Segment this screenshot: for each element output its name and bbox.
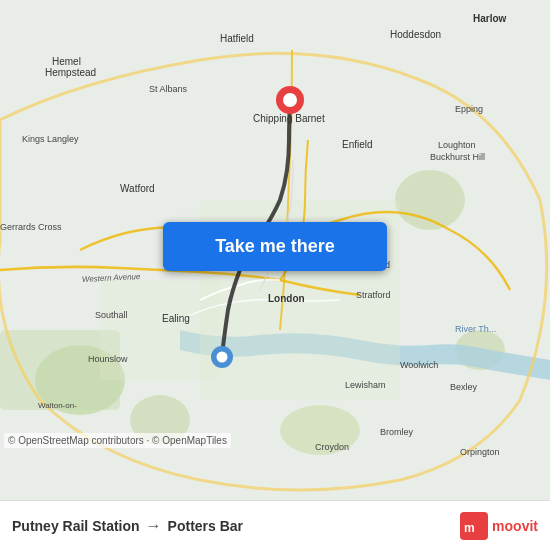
svg-text:Ealing: Ealing (162, 313, 190, 324)
map-attribution: © OpenStreetMap contributors · © OpenMap… (4, 433, 231, 448)
svg-text:Enfield: Enfield (342, 139, 373, 150)
svg-rect-8 (100, 280, 220, 380)
take-me-there-button[interactable]: Take me there (163, 222, 387, 271)
svg-text:St Albans: St Albans (149, 84, 188, 94)
svg-text:Walton-on-: Walton-on- (38, 401, 77, 410)
svg-text:Hempstead: Hempstead (45, 67, 96, 78)
svg-text:London: London (268, 293, 305, 304)
map-container[interactable]: Western Avenue Hemel Hempstead Hatfield … (0, 0, 550, 500)
svg-text:Gerrards Cross: Gerrards Cross (0, 222, 62, 232)
footer-bar: Putney Rail Station → Potters Bar m moov… (0, 500, 550, 550)
svg-text:Lewisham: Lewisham (345, 380, 386, 390)
moovit-logo: m moovit (460, 512, 538, 540)
svg-text:Hatfield: Hatfield (220, 33, 254, 44)
svg-text:Loughton: Loughton (438, 140, 476, 150)
svg-text:Harlow: Harlow (473, 13, 507, 24)
moovit-brand-text: moovit (492, 518, 538, 534)
route-arrow-icon: → (146, 517, 162, 535)
from-station-label: Putney Rail Station (12, 518, 140, 534)
svg-text:Bromley: Bromley (380, 427, 414, 437)
moovit-icon: m (460, 512, 488, 540)
to-station-label: Potters Bar (168, 518, 243, 534)
svg-point-40 (283, 93, 297, 107)
svg-text:Kings Langley: Kings Langley (22, 134, 79, 144)
svg-text:Stratford: Stratford (356, 290, 391, 300)
svg-text:Croydon: Croydon (315, 442, 349, 452)
svg-text:Southall: Southall (95, 310, 128, 320)
svg-text:Chipping Barnet: Chipping Barnet (253, 113, 325, 124)
svg-text:Hounslow: Hounslow (88, 354, 128, 364)
svg-text:Watford: Watford (120, 183, 155, 194)
svg-text:River Th...: River Th... (455, 324, 496, 334)
svg-text:Hemel: Hemel (52, 56, 81, 67)
svg-text:Bexley: Bexley (450, 382, 478, 392)
svg-text:Epping: Epping (455, 104, 483, 114)
svg-text:Hoddesdon: Hoddesdon (390, 29, 441, 40)
footer-route: Putney Rail Station → Potters Bar (12, 517, 243, 535)
svg-text:Woolwich: Woolwich (400, 360, 438, 370)
svg-text:Buckhurst Hill: Buckhurst Hill (430, 152, 485, 162)
svg-text:m: m (464, 521, 475, 535)
svg-text:Orpington: Orpington (460, 447, 500, 457)
svg-point-42 (217, 352, 228, 363)
